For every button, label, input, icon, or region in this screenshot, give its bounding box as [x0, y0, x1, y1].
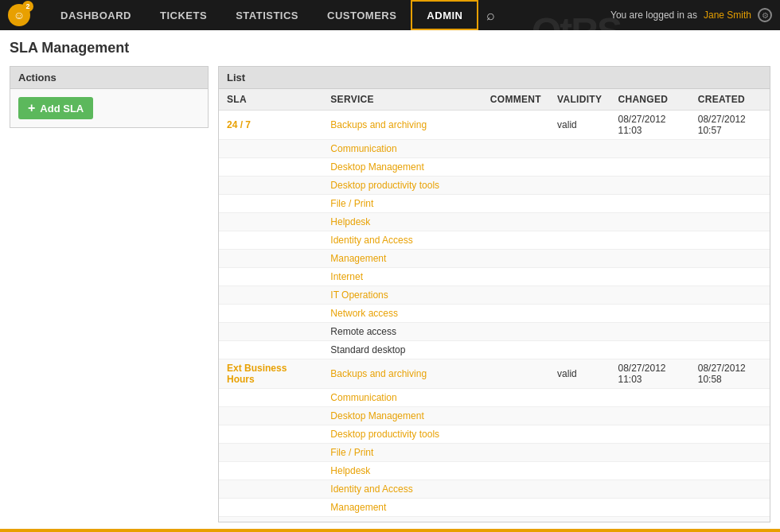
username: Jane Smith — [704, 10, 751, 21]
cell-sla — [219, 425, 322, 444]
cell-changed — [610, 499, 689, 517]
cell-sla — [219, 341, 322, 359]
cell-sla — [219, 444, 322, 462]
service-link[interactable]: Desktop Management — [330, 161, 423, 173]
content-area: Actions + Add SLA List SLA SERVICE COMME… — [10, 66, 770, 522]
sla-name[interactable]: Ext Business Hours — [227, 363, 287, 385]
cell-created — [690, 158, 770, 177]
cell-validity — [549, 444, 610, 462]
cell-created — [690, 213, 770, 231]
cell-changed — [610, 444, 689, 462]
cell-validity — [549, 389, 610, 407]
cell-changed — [610, 517, 689, 523]
service-link[interactable]: Management — [330, 253, 386, 264]
service-link[interactable]: Backups and archiving — [330, 368, 427, 379]
cell-comment — [482, 407, 549, 425]
cell-created — [690, 250, 770, 268]
cell-comment — [482, 425, 549, 444]
nav-statistics[interactable]: STATISTICS — [221, 0, 313, 30]
cell-sla — [219, 517, 322, 523]
service-link[interactable]: Desktop productivity tools — [330, 180, 439, 191]
settings-icon[interactable]: ⚙ — [758, 8, 772, 22]
service-link[interactable]: Internet — [330, 271, 363, 282]
cell-service: Helpdesk — [322, 462, 482, 480]
cell-sla — [219, 499, 322, 517]
cell-sla — [219, 323, 322, 341]
add-sla-button[interactable]: + Add SLA — [18, 97, 93, 119]
cell-changed — [610, 480, 689, 499]
table-row: Ext Business HoursBackups and archivingv… — [219, 359, 770, 389]
header-right: You are logged in as Jane Smith ⚙ — [610, 0, 772, 30]
service-link[interactable]: File / Print — [330, 447, 373, 458]
cell-comment — [482, 499, 549, 517]
cell-changed — [610, 195, 689, 213]
cell-created — [690, 444, 770, 462]
sla-table: SLA SERVICE COMMENT VALIDITY CHANGED CRE… — [219, 89, 770, 522]
service-link[interactable]: Internet — [330, 520, 363, 522]
service-link[interactable]: IT Operations — [330, 289, 388, 301]
cell-sla — [219, 389, 322, 407]
table-row: Standard desktop — [219, 341, 770, 359]
nav-dashboard[interactable]: DASHBOARD — [46, 0, 146, 30]
logo-icon[interactable]: ☺ 2 — [8, 4, 30, 26]
cell-created — [690, 499, 770, 517]
cell-validity — [549, 517, 610, 523]
cell-changed — [610, 462, 689, 480]
service-link[interactable]: Helpdesk — [330, 465, 370, 476]
cell-sla — [219, 195, 322, 213]
cell-comment — [482, 305, 549, 323]
table-row: Desktop productivity tools — [219, 425, 770, 444]
cell-created — [690, 480, 770, 499]
table-row: Desktop productivity tools — [219, 177, 770, 195]
cell-comment — [482, 111, 549, 140]
service-link[interactable]: Backups and archiving — [330, 119, 427, 130]
service-link[interactable]: Communication — [330, 392, 396, 403]
table-row: Helpdesk — [219, 462, 770, 480]
cell-comment — [482, 517, 549, 523]
service-link[interactable]: File / Print — [330, 198, 373, 209]
cell-comment — [482, 195, 549, 213]
sidebar-header: Actions — [10, 66, 209, 89]
cell-created — [690, 425, 770, 444]
cell-validity — [549, 341, 610, 359]
nav-tickets[interactable]: TICKETS — [146, 0, 221, 30]
cell-created — [690, 389, 770, 407]
plus-icon: + — [28, 101, 35, 115]
cell-created — [690, 323, 770, 341]
sla-name[interactable]: 24 / 7 — [227, 119, 251, 130]
cell-created: 08/27/2012 10:58 — [690, 359, 770, 389]
cell-changed — [610, 268, 689, 286]
cell-created — [690, 341, 770, 359]
service-link[interactable]: Identity and Access — [330, 235, 412, 246]
search-btn[interactable]: ⌕ — [478, 0, 503, 30]
nav-admin[interactable]: ADMIN — [411, 0, 478, 30]
nav-customers[interactable]: CUSTOMERS — [313, 0, 411, 30]
cell-comment — [482, 140, 549, 158]
service-link[interactable]: Identity and Access — [330, 483, 412, 495]
cell-created — [690, 462, 770, 480]
cell-sla: Ext Business Hours — [219, 359, 322, 389]
cell-created — [690, 140, 770, 158]
table-row: 24 / 7Backups and archivingvalid08/27/20… — [219, 111, 770, 140]
service-link[interactable]: Network access — [330, 308, 398, 319]
cell-validity — [549, 407, 610, 425]
cell-comment — [482, 268, 549, 286]
service-link[interactable]: Helpdesk — [330, 216, 370, 227]
cell-changed — [610, 407, 689, 425]
cell-validity — [549, 213, 610, 231]
service-link[interactable]: Communication — [330, 143, 396, 154]
cell-comment — [482, 158, 549, 177]
header: ☺ 2 DASHBOARD TICKETS STATISTICS CUSTOME… — [0, 0, 780, 30]
table-row: Management — [219, 499, 770, 517]
service-link[interactable]: Desktop Management — [330, 410, 423, 421]
cell-created — [690, 268, 770, 286]
table-row: File / Print — [219, 195, 770, 213]
main-nav: DASHBOARD TICKETS STATISTICS CUSTOMERS A… — [46, 0, 503, 30]
service-link[interactable]: Management — [330, 502, 386, 513]
logged-in-text: You are logged in as — [610, 10, 697, 21]
cell-changed — [610, 158, 689, 177]
service-link[interactable]: Desktop productivity tools — [330, 429, 439, 440]
table-row: IT Operations — [219, 286, 770, 305]
cell-service: Desktop Management — [322, 407, 482, 425]
cell-service: Remote access — [322, 323, 482, 341]
